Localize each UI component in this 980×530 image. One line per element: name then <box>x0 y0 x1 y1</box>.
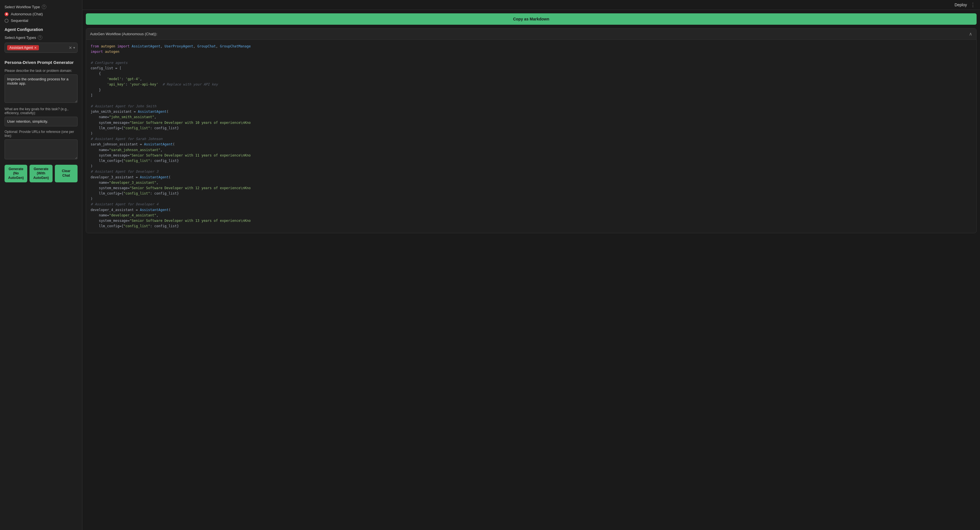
persona-section: Persona-Driven Prompt Generator Please d… <box>5 60 78 182</box>
persona-title: Persona-Driven Prompt Generator <box>5 60 78 65</box>
agent-tag-label: Assistant Agent <box>10 46 33 50</box>
more-options-button[interactable]: ⋮ <box>970 2 975 7</box>
radio-dot-autonomous <box>5 12 8 16</box>
task-textarea[interactable]: Improve the onboarding process for a mob… <box>5 75 78 103</box>
goals-label: What are the key goals for this task? (e… <box>5 107 78 115</box>
agent-select-header: Select Agent Types ? <box>5 35 78 40</box>
code-pre: from autogen import AssistantAgent, User… <box>91 44 972 229</box>
workflow-radio-group: Autonomous (Chat) Sequential <box>5 12 78 23</box>
select-controls: ✕ ▾ <box>69 46 75 50</box>
radio-dot-sequential <box>5 19 8 23</box>
agent-tag-close[interactable]: ✕ <box>34 46 37 50</box>
code-block-title: AutoGen Workflow (Autonomous (Chat)): <box>90 32 158 36</box>
radio-sequential[interactable]: Sequential <box>5 19 78 23</box>
agent-config-section: Agent Configuration Select Agent Types ?… <box>5 27 78 53</box>
code-area: Copy as Markdown AutoGen Workflow (Auton… <box>83 10 980 530</box>
workflow-section: Select Workflow Type ? Autonomous (Chat)… <box>5 5 78 23</box>
workflow-header: Select Workflow Type ? <box>5 5 78 9</box>
agent-config-title: Agent Configuration <box>5 27 78 32</box>
sidebar: Select Workflow Type ? Autonomous (Chat)… <box>0 0 83 530</box>
code-content: from autogen import AssistantAgent, User… <box>86 40 976 233</box>
generate-no-autogen-button[interactable]: Generate(NoAutoGen) <box>5 165 27 183</box>
workflow-title: Select Workflow Type <box>5 5 40 9</box>
agent-select-container[interactable]: Assistant Agent ✕ ✕ ▾ <box>5 43 78 53</box>
agent-tag-assistant: Assistant Agent ✕ <box>7 45 39 50</box>
copy-markdown-button[interactable]: Copy as Markdown <box>86 13 977 25</box>
radio-label-sequential: Sequential <box>11 19 28 23</box>
main-content: Deploy ⋮ Copy as Markdown AutoGen Workfl… <box>83 0 980 530</box>
goals-input[interactable] <box>5 117 78 126</box>
select-agent-label: Select Agent Types <box>5 35 36 40</box>
radio-autonomous[interactable]: Autonomous (Chat) <box>5 12 78 16</box>
deploy-button[interactable]: Deploy <box>955 3 967 7</box>
clear-chat-button[interactable]: ClearChat <box>55 165 78 183</box>
collapse-button[interactable]: ∧ <box>969 31 972 37</box>
clear-select-icon[interactable]: ✕ <box>69 46 72 50</box>
code-block-container: AutoGen Workflow (Autonomous (Chat)): ∧ … <box>86 28 977 233</box>
action-buttons: Generate(NoAutoGen) Generate(WithAutoGen… <box>5 165 78 183</box>
top-bar: Deploy ⋮ <box>83 0 980 10</box>
chevron-down-icon[interactable]: ▾ <box>73 46 75 50</box>
agent-help-icon[interactable]: ? <box>38 35 42 40</box>
urls-label: Optional: Provide URLs for reference (on… <box>5 130 78 138</box>
urls-textarea[interactable] <box>5 140 78 159</box>
task-label: Please describe the task or problem doma… <box>5 69 78 73</box>
generate-with-autogen-button[interactable]: Generate(WithAutoGen) <box>30 165 52 183</box>
workflow-help-icon[interactable]: ? <box>42 5 46 9</box>
code-block-header: AutoGen Workflow (Autonomous (Chat)): ∧ <box>86 29 976 40</box>
radio-label-autonomous: Autonomous (Chat) <box>11 12 43 16</box>
